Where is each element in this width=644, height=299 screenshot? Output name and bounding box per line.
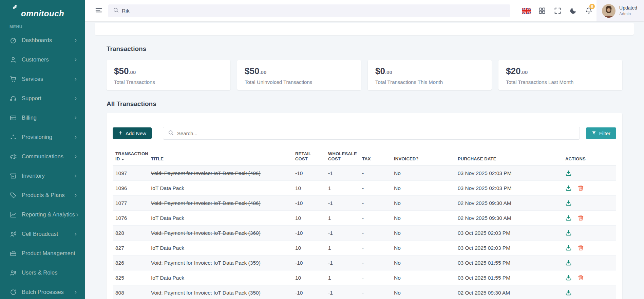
- table-row: 1077Void: Payment for Invoice: IoT Data …: [113, 196, 616, 211]
- cell-invoiced: No: [394, 166, 458, 181]
- cell-retail-cost: 10: [295, 270, 328, 285]
- sidebar-item-reporting-analytics[interactable]: Reporting & Analytics: [0, 205, 85, 224]
- column-header-title[interactable]: TITLE: [151, 148, 295, 166]
- add-new-label: Add New: [126, 130, 146, 136]
- download-button[interactable]: [565, 260, 572, 266]
- stat-value: $0.00: [375, 66, 484, 76]
- download-button[interactable]: [565, 170, 572, 176]
- delete-button[interactable]: [577, 185, 584, 191]
- cell-tax: -: [362, 211, 394, 226]
- sidebar-item-provisioning[interactable]: Provisioning: [0, 127, 85, 147]
- cell-purchase-date: 02 Oct 2025 09:30 AM: [458, 285, 565, 299]
- topbar-actions: 0 Updated Admin: [518, 0, 644, 21]
- column-header-retail-cost[interactable]: RETAIL COST: [295, 148, 328, 166]
- sidebar-item-billing[interactable]: Billing: [0, 108, 85, 127]
- filter-icon: [592, 130, 596, 136]
- cell-actions: [565, 226, 616, 241]
- chevron-right-icon: [73, 290, 78, 295]
- cell-purchase-date: 03 Oct 2025 02:03 PM: [458, 241, 565, 256]
- products-icon: [10, 192, 17, 199]
- cell-wholesale-cost: 1: [328, 241, 362, 256]
- column-header-transaction-id[interactable]: TRANSACTION ID: [113, 148, 151, 166]
- global-search[interactable]: [108, 4, 510, 17]
- reporting-icon: [10, 211, 17, 218]
- cell-actions: [565, 256, 616, 270]
- user-role: Admin: [619, 12, 637, 16]
- cell-tax: -: [362, 241, 394, 256]
- table-toolbar: Add New Filter: [113, 127, 616, 140]
- cell-wholesale-cost: -1: [328, 285, 362, 299]
- menu-section-label: MENU: [0, 24, 85, 31]
- sidebar-item-batch-processes[interactable]: Batch Processes: [0, 282, 85, 299]
- cell-transaction-id: 1097: [113, 166, 151, 181]
- user-menu[interactable]: Updated Admin: [596, 0, 644, 21]
- cell-tax: -: [362, 270, 394, 285]
- page-header-bar: [95, 23, 634, 35]
- chevron-right-icon: [73, 57, 78, 62]
- cell-title: Void: Payment for Invoice: IoT Data Pack…: [151, 166, 295, 181]
- sidebar-item-products-plans[interactable]: Products & Plans: [0, 186, 85, 205]
- sidebar-item-communications[interactable]: Communications: [0, 147, 85, 166]
- cell-title: IoT Data Pack: [151, 211, 295, 226]
- delete-button[interactable]: [577, 275, 584, 281]
- column-header-invoiced[interactable]: INVOICED?: [394, 148, 458, 166]
- cell-actions: [565, 181, 616, 196]
- cell-tax: -: [362, 226, 394, 241]
- cell-actions: [565, 270, 616, 285]
- table-search[interactable]: [163, 127, 580, 140]
- stat-card-total-transactions: $50.00Total Transactions: [107, 60, 230, 90]
- filter-button[interactable]: Filter: [586, 127, 616, 139]
- sidebar-item-support[interactable]: Support: [0, 89, 85, 108]
- sidebar-item-dashboards[interactable]: Dashboards: [0, 31, 85, 50]
- dark-mode-button[interactable]: [565, 0, 581, 21]
- download-button[interactable]: [565, 200, 572, 206]
- table-row: 825IoT Data Pack101-No03 Oct 2025 01:55 …: [113, 270, 616, 285]
- column-header-actions[interactable]: ACTIONS: [565, 148, 616, 166]
- download-button[interactable]: [565, 289, 572, 296]
- download-button[interactable]: [565, 185, 572, 191]
- cell-purchase-date: 03 Oct 2025 01:55 PM: [458, 256, 565, 270]
- hamburger-icon: [95, 6, 102, 15]
- cell-broadcast-icon: [10, 230, 17, 238]
- cell-retail-cost: 10: [295, 241, 328, 256]
- sidebar-item-customers[interactable]: Customers: [0, 50, 85, 69]
- global-search-input[interactable]: [122, 8, 506, 14]
- chevron-right-icon: [73, 96, 78, 101]
- add-new-button[interactable]: Add New: [113, 127, 152, 139]
- billing-icon: [10, 114, 17, 122]
- column-header-wholesale-cost[interactable]: WHOLESALE COST: [328, 148, 362, 166]
- sidebar-item-inventory[interactable]: Inventory: [0, 166, 85, 186]
- user-text: Updated Admin: [619, 5, 637, 16]
- sidebar-item-services[interactable]: Services: [0, 69, 85, 89]
- language-button[interactable]: [518, 0, 534, 21]
- sidebar-item-users-roles[interactable]: Users & Roles: [0, 263, 85, 282]
- menu-toggle-button[interactable]: [94, 6, 104, 16]
- notifications-button[interactable]: 0: [581, 0, 596, 21]
- cell-wholesale-cost: 1: [328, 270, 362, 285]
- logo[interactable]: omnitouch: [0, 0, 85, 24]
- inventory-icon: [10, 172, 17, 180]
- delete-button[interactable]: [577, 215, 584, 221]
- download-button[interactable]: [565, 245, 572, 251]
- fullscreen-button[interactable]: [550, 0, 565, 21]
- download-button[interactable]: [565, 275, 572, 281]
- cell-retail-cost: 10: [295, 181, 328, 196]
- sidebar-item-cell-broadcast[interactable]: Cell Broadcast: [0, 224, 85, 244]
- download-button[interactable]: [565, 215, 572, 221]
- column-header-tax[interactable]: TAX: [362, 148, 394, 166]
- download-button[interactable]: [565, 230, 572, 236]
- sidebar-item-product-management[interactable]: Product Management: [0, 244, 85, 263]
- cell-title: Void: Payment for Invoice: IoT Data Pack…: [151, 256, 295, 270]
- cell-actions: [565, 211, 616, 226]
- table-search-input[interactable]: [177, 130, 575, 136]
- cell-title: IoT Data Pack: [151, 181, 295, 196]
- stat-card-total-uninvoiced-transactions: $50.00Total Uninvoiced Transactions: [237, 60, 361, 90]
- delete-button[interactable]: [577, 245, 584, 251]
- column-header-purchase-date[interactable]: PURCHASE DATE: [458, 148, 565, 166]
- cell-transaction-id: 1076: [113, 211, 151, 226]
- app-window: omnitouch MENU DashboardsCustomersServic…: [0, 0, 644, 299]
- stat-label: Total Uninvoiced Transactions: [245, 79, 354, 85]
- main-area: 0 Updated Admin Transactions $50.00Total…: [85, 0, 644, 299]
- apps-grid-button[interactable]: [534, 0, 550, 21]
- communications-icon: [10, 153, 17, 160]
